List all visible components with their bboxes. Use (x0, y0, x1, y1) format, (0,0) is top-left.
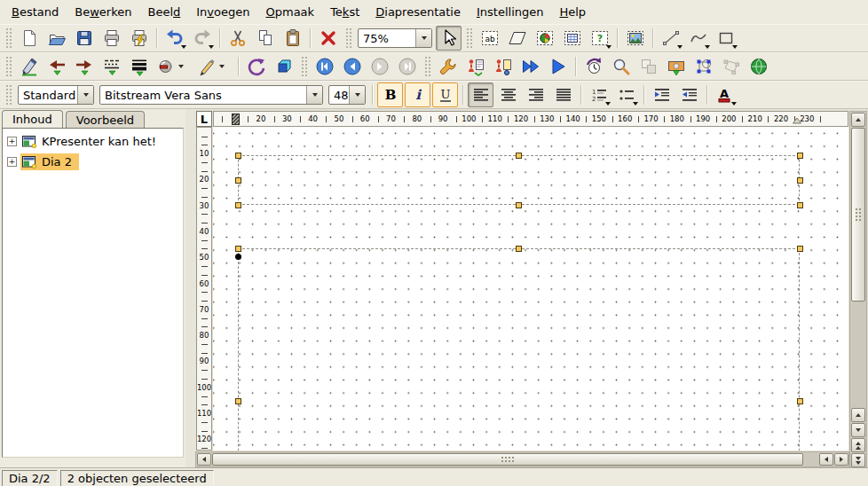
next-slide-button[interactable] (851, 453, 865, 467)
toolbar-handle[interactable] (5, 84, 12, 106)
toolbar-handle[interactable] (424, 56, 430, 77)
custom-animation-button[interactable] (490, 54, 516, 79)
start-presentation-first-button[interactable] (517, 54, 543, 79)
start-presentation-button[interactable] (545, 54, 571, 79)
combo-dropdown-button[interactable] (77, 86, 93, 104)
tab-inhoud[interactable]: Inhoud (2, 110, 63, 128)
delete-button[interactable] (315, 26, 341, 51)
selection-handle[interactable] (516, 202, 522, 208)
zoom-tool-button[interactable] (608, 54, 634, 79)
menu-bewerken[interactable]: Bewerken (67, 2, 139, 22)
expand-icon[interactable]: + (7, 157, 17, 167)
new-document-button[interactable] (16, 26, 42, 51)
rectangle-tool-button[interactable] (713, 26, 738, 51)
toolbar-handle[interactable] (345, 27, 351, 49)
toolbar-handle[interactable] (466, 27, 472, 49)
menu-opmaak[interactable]: Opmaak (258, 2, 323, 22)
copy-button[interactable] (252, 26, 278, 51)
selection-handle[interactable] (516, 153, 522, 159)
selection-handle[interactable] (516, 246, 522, 252)
zoom-combo-value[interactable]: 75% (359, 29, 415, 47)
configure-slideshow-button[interactable] (435, 54, 461, 79)
rotate-tool-button[interactable] (580, 54, 606, 79)
selection-handle[interactable] (797, 177, 803, 184)
style-combo-value[interactable]: Standard (19, 86, 77, 104)
line-tool-button[interactable] (658, 26, 683, 51)
toolbar-handle[interactable] (5, 56, 12, 77)
expand-icon[interactable]: + (7, 137, 17, 146)
numbered-list-button[interactable]: 12 (586, 82, 612, 107)
combo-dropdown-button[interactable] (306, 86, 322, 104)
save-document-button[interactable] (71, 26, 97, 51)
menu-beeld[interactable]: Beeld (139, 2, 188, 22)
align-justify-button[interactable] (550, 82, 576, 107)
go-previous-slide-button[interactable] (339, 54, 365, 79)
menu-instellingen[interactable]: Instellingen (469, 2, 552, 22)
size-combo[interactable]: 48 (328, 85, 366, 105)
align-right-button[interactable] (523, 82, 548, 107)
combo-dropdown-button[interactable] (415, 29, 431, 47)
brush-color-button[interactable] (154, 54, 193, 79)
toolbar-handle[interactable] (301, 56, 307, 77)
slide-canvas[interactable] (213, 127, 848, 451)
style-combo[interactable]: Standard (18, 85, 94, 105)
menu-bestand[interactable]: Bestand (4, 2, 67, 22)
selection-handle[interactable] (797, 246, 803, 252)
italic-button[interactable]: i (405, 82, 430, 107)
menu-invoegen[interactable]: Invoegen (188, 2, 257, 22)
insert-text-object-button[interactable]: ab (477, 26, 502, 51)
previous-slide-button[interactable] (851, 438, 865, 452)
vertical-scroll-thumb[interactable] (851, 128, 865, 302)
freehand-tool-button[interactable] (685, 26, 711, 51)
insert-picture-button[interactable] (622, 26, 648, 51)
selection-handle[interactable] (235, 246, 241, 252)
ruler-marker-icon[interactable] (793, 117, 801, 126)
selection-handle[interactable] (235, 202, 241, 208)
horizontal-scroll-thumb[interactable] (212, 453, 803, 466)
rotate-object-button[interactable] (243, 54, 269, 79)
underline-button[interactable]: U (432, 82, 458, 107)
align-center-button[interactable] (495, 82, 521, 107)
selection-handle[interactable] (235, 177, 241, 184)
font-combo[interactable]: Bitstream Vera Sans (99, 85, 323, 105)
edit-shape-points-button[interactable] (690, 54, 716, 79)
scroll-right-button[interactable] (834, 453, 848, 466)
quick-print-button[interactable] (126, 26, 152, 51)
paste-button[interactable] (280, 26, 305, 51)
insert-formula-button[interactable]: ? (587, 26, 612, 51)
selection-handle[interactable] (235, 153, 241, 159)
tab-voorbeeld[interactable]: Voorbeeld (66, 111, 145, 128)
toolbar-handle[interactable] (5, 27, 12, 49)
sidebar-splitter[interactable] (185, 109, 195, 467)
ruler-unit-button[interactable]: L (196, 111, 212, 127)
size-combo-value[interactable]: 48 (329, 86, 349, 104)
selection-handle[interactable] (797, 398, 803, 404)
open-document-button[interactable] (43, 26, 69, 51)
slide-tree-item[interactable]: +KPresenter kan het! (3, 131, 183, 152)
selection-handle[interactable] (797, 202, 803, 208)
shadow-object-button[interactable] (271, 54, 296, 79)
font-color-button[interactable]: A (712, 82, 738, 107)
insert-web-button[interactable] (746, 54, 771, 79)
zoom-combo[interactable]: 75% (358, 28, 432, 48)
insert-autoform-button[interactable] (504, 26, 530, 51)
indent-more-button[interactable] (649, 82, 675, 107)
arrow-begin-style-button[interactable] (43, 54, 69, 79)
body-frame[interactable] (238, 248, 800, 451)
combo-dropdown-button[interactable] (349, 86, 365, 104)
bullet-list-button[interactable] (613, 82, 639, 107)
pen-color-button[interactable] (194, 54, 233, 79)
align-left-button[interactable] (468, 82, 493, 107)
scroll-up-button[interactable] (851, 408, 865, 422)
pen-properties-button[interactable] (16, 54, 42, 79)
indent-less-button[interactable] (676, 82, 702, 107)
menu-diapresentatie[interactable]: Diapresentatie (367, 2, 469, 22)
print-button[interactable] (99, 26, 124, 51)
insert-chart-button[interactable] (532, 26, 557, 51)
line-width-button[interactable] (126, 54, 152, 79)
scroll-down-button[interactable] (851, 423, 865, 437)
selection-handle[interactable] (235, 398, 241, 404)
insert-table-button[interactable] (559, 26, 585, 51)
assign-effect-button[interactable] (663, 54, 689, 79)
dash-style-button[interactable] (99, 54, 124, 79)
